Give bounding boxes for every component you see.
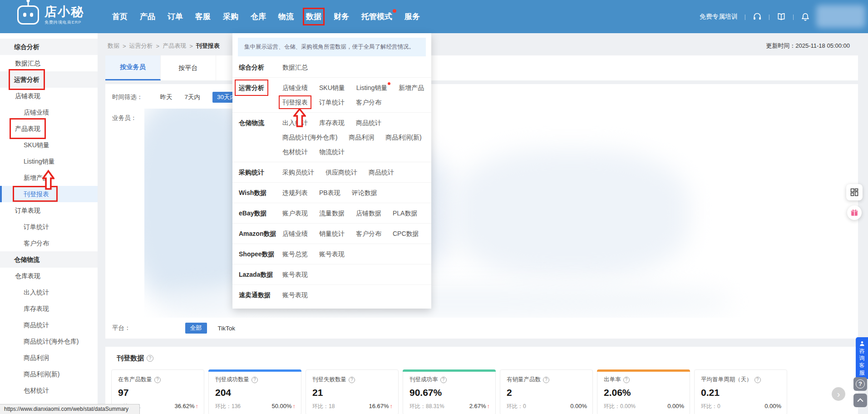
dropdown-item-评论数据[interactable]: 评论数据 <box>352 185 377 200</box>
dropdown-item-库存表现[interactable]: 库存表现 <box>319 115 345 130</box>
sidebar-item-商品利润[interactable]: 商品利润 <box>0 349 98 366</box>
sidebar-item-订单表现[interactable]: 订单表现 <box>0 202 98 219</box>
dropdown-item-包材统计[interactable]: 包材统计 <box>282 145 308 159</box>
dropdown-item-刊登报表[interactable]: 刊登报表 <box>282 95 308 110</box>
stat-card-title: 在售产品数量? <box>118 376 197 384</box>
sidebar-item-库存表现[interactable]: 库存表现 <box>0 300 98 317</box>
listing-data-card: 刊登数据 ? 在售产品数量?97环比：7136.62%↑刊登成功数量?204环比… <box>105 347 858 414</box>
dropdown-item-SKU销量[interactable]: SKU销量 <box>319 80 345 95</box>
nav-item-服务[interactable]: 服务 <box>404 11 420 22</box>
sidebar-item-Listing销量[interactable]: Listing销量 <box>0 153 98 170</box>
nav-item-产品[interactable]: 产品 <box>140 11 155 22</box>
time-option-昨天[interactable]: 昨天 <box>160 93 173 101</box>
headset-icon[interactable] <box>753 12 762 21</box>
sidebar-item-店铺业绩[interactable]: 店铺业绩 <box>0 104 98 120</box>
help-icon[interactable]: ? <box>755 377 761 383</box>
dropdown-item-销量统计[interactable]: 销量统计 <box>319 226 345 241</box>
help-icon[interactable]: ? <box>623 377 630 383</box>
sidebar-item-客户分布[interactable]: 客户分布 <box>0 235 98 251</box>
dropdown-item-采购员统计[interactable]: 采购员统计 <box>282 165 314 180</box>
topbar-right-tools: 免费专属培训 ||| <box>700 0 810 33</box>
help-icon[interactable]: ? <box>154 377 161 383</box>
stat-card-title: 有销量产品数? <box>507 376 586 384</box>
help-icon[interactable]: ? <box>349 377 355 383</box>
dropdown-item-PLA数据[interactable]: PLA数据 <box>393 206 417 220</box>
section-help-icon[interactable]: ? <box>147 355 153 362</box>
dropdown-item-商品统计(海外仓库)[interactable]: 商品统计(海外仓库) <box>282 130 337 145</box>
sidebar-item-包材统计[interactable]: 包材统计 <box>0 382 98 399</box>
dropdown-item-账号总览[interactable]: 账号总览 <box>282 247 308 261</box>
dropdown-item-账号表现[interactable]: 账号表现 <box>282 267 308 282</box>
time-option-7天内[interactable]: 7天内 <box>185 93 201 101</box>
nav-item-首页[interactable]: 首页 <box>112 11 128 22</box>
app-logo[interactable]: 店小秘 免费跨境电商ERP <box>17 5 84 25</box>
help-icon[interactable]: ? <box>440 377 447 383</box>
dropdown-item-违规列表[interactable]: 违规列表 <box>282 185 308 200</box>
dropdown-group-Wish数据: Wish数据违规列表PB表现评论数据 <box>232 182 431 203</box>
nav-item-订单[interactable]: 订单 <box>168 11 183 22</box>
dropdown-item-订单统计[interactable]: 订单统计 <box>319 95 345 110</box>
platform-option-TikTok[interactable]: TikTok <box>218 325 236 332</box>
nav-item-数据[interactable]: 数据 <box>306 11 321 22</box>
sidebar-item-仓库表现[interactable]: 仓库表现 <box>0 268 98 284</box>
dropdown-item-账户表现[interactable]: 账户表现 <box>282 206 308 220</box>
dropdown-item-数据汇总[interactable]: 数据汇总 <box>282 60 308 75</box>
dropdown-item-商品统计[interactable]: 商品统计 <box>356 115 381 130</box>
stat-card-compare: 环比：18 <box>312 403 335 410</box>
nav-item-托管模式[interactable]: 托管模式 <box>361 11 392 22</box>
tab-按业务员[interactable]: 按业务员 <box>105 55 161 80</box>
sidebar-item-产品表现[interactable]: 产品表现 <box>0 120 98 137</box>
dropdown-item-PB表现[interactable]: PB表现 <box>319 185 340 200</box>
breadcrumb-item-运营分析[interactable]: 运营分析 <box>129 42 153 50</box>
dropdown-item-店铺业绩[interactable]: 店铺业绩 <box>282 226 308 241</box>
user-account-area-blurred[interactable] <box>816 5 865 28</box>
dropdown-item-商品统计[interactable]: 商品统计 <box>369 165 394 180</box>
dropdown-item-CPC数据[interactable]: CPC数据 <box>393 226 419 241</box>
dropdown-item-供应商统计[interactable]: 供应商统计 <box>326 165 357 180</box>
dropdown-item-客户分布[interactable]: 客户分布 <box>356 95 381 110</box>
cards-scroll-right-button[interactable]: › <box>832 387 845 401</box>
dropdown-item-客户分布[interactable]: 客户分布 <box>356 226 381 241</box>
sidebar-item-出入统计[interactable]: 出入统计 <box>0 284 98 300</box>
consult-service-button[interactable]: 咨询客服 <box>856 337 868 379</box>
help-icon[interactable]: ? <box>252 377 258 383</box>
nav-item-物流[interactable]: 物流 <box>278 11 294 22</box>
dropdown-item-流量数据[interactable]: 流量数据 <box>319 206 345 220</box>
help-float-button[interactable]: ? <box>853 377 867 391</box>
sidebar-item-仓储物流: 仓储物流 <box>0 251 98 268</box>
dropdown-category-label: 运营分析 <box>239 80 264 95</box>
platform-option-全部[interactable]: 全部 <box>185 323 207 334</box>
breadcrumb-item-数据[interactable]: 数据 <box>108 42 119 50</box>
sidebar-item-店铺表现[interactable]: 店铺表现 <box>0 88 98 104</box>
help-icon[interactable]: ? <box>543 377 549 383</box>
bell-icon[interactable] <box>801 12 810 21</box>
dropdown-item-店铺数据[interactable]: 店铺数据 <box>356 206 381 220</box>
sidebar-item-订单统计[interactable]: 订单统计 <box>0 219 98 235</box>
dropdown-item-账号表现[interactable]: 账号表现 <box>282 288 308 302</box>
screenshot-float-button[interactable] <box>846 184 863 200</box>
nav-item-仓库[interactable]: 仓库 <box>251 11 266 22</box>
dropdown-item-新增产品[interactable]: 新增产品 <box>399 80 424 95</box>
nav-item-客服[interactable]: 客服 <box>195 11 211 22</box>
stat-card-compare: 环比：0 <box>701 403 720 410</box>
back-to-top-button[interactable] <box>853 394 867 407</box>
breadcrumb-item-产品表现[interactable]: 产品表现 <box>163 42 186 50</box>
dropdown-item-物流统计[interactable]: 物流统计 <box>319 145 345 159</box>
sidebar-item-商品统计(海外仓库)[interactable]: 商品统计(海外仓库) <box>0 333 98 349</box>
sidebar-item-商品利润(新)[interactable]: 商品利润(新) <box>0 366 98 382</box>
sidebar-item-商品统计[interactable]: 商品统计 <box>0 317 98 333</box>
dropdown-item-账号表现[interactable]: 账号表现 <box>319 247 345 261</box>
dropdown-item-店铺业绩[interactable]: 店铺业绩 <box>282 80 308 95</box>
promo-float-button[interactable] <box>847 205 862 220</box>
sidebar-item-数据汇总[interactable]: 数据汇总 <box>0 55 98 71</box>
sidebar-item-SKU销量[interactable]: SKU销量 <box>0 137 98 153</box>
training-link[interactable]: 免费专属培训 <box>700 13 738 21</box>
breadcrumb-separator: > <box>156 43 160 50</box>
dropdown-item-商品利润[interactable]: 商品利润 <box>349 130 374 145</box>
nav-item-采购[interactable]: 采购 <box>223 11 238 22</box>
dropdown-item-商品利润(新)[interactable]: 商品利润(新) <box>385 130 421 145</box>
nav-item-财务[interactable]: 财务 <box>334 11 349 22</box>
book-icon[interactable] <box>777 12 786 21</box>
dropdown-item-Listing销量[interactable]: Listing销量 <box>356 80 387 95</box>
tab-按平台[interactable]: 按平台 <box>161 55 216 80</box>
